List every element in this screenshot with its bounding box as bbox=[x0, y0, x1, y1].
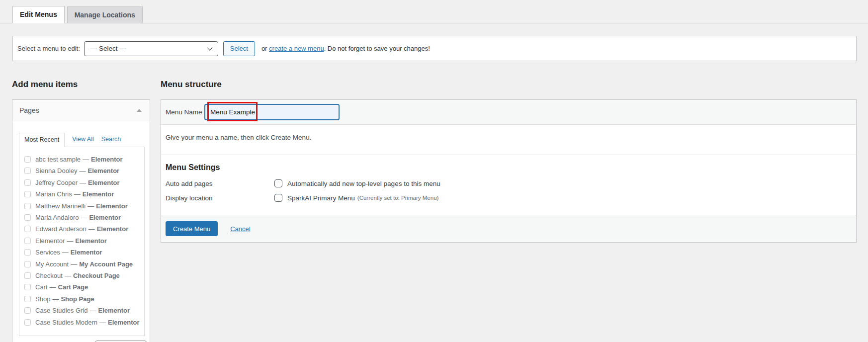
page-title: Sienna Dooley bbox=[35, 167, 78, 174]
list-item: Cart—Cart Page bbox=[24, 281, 142, 293]
list-item: Case Studies Modern—Elementor bbox=[24, 317, 142, 328]
select-button[interactable]: Select bbox=[223, 41, 255, 56]
display-location-checkbox[interactable] bbox=[274, 194, 282, 202]
menu-dropdown-value: — Select — bbox=[90, 45, 126, 52]
add-menu-items-heading: Add menu items bbox=[12, 80, 78, 89]
list-item: Case Studies Grid—Elementor bbox=[24, 305, 142, 316]
cancel-link[interactable]: Cancel bbox=[230, 225, 250, 233]
setting-row-display-location: Display location SparkAI Primary Menu (C… bbox=[166, 194, 856, 202]
page-checkbox[interactable] bbox=[24, 261, 31, 267]
page-type: Elementor bbox=[96, 202, 128, 210]
create-new-menu-link[interactable]: create a new menu bbox=[269, 45, 324, 52]
page-checkbox[interactable] bbox=[24, 238, 31, 244]
separator: — bbox=[90, 307, 96, 314]
list-item: abc test sample—Elementor bbox=[24, 154, 142, 165]
or-text: or bbox=[261, 45, 269, 52]
menu-dropdown[interactable]: — Select — bbox=[84, 41, 218, 56]
page-type: Elementor bbox=[91, 156, 123, 163]
list-item: Services—Elementor bbox=[24, 247, 142, 258]
menu-settings-heading: Menu Settings bbox=[166, 163, 856, 172]
page-type: Elementor bbox=[71, 249, 102, 256]
tab-view-all[interactable]: View All bbox=[72, 136, 94, 147]
page-title: Services bbox=[35, 249, 60, 256]
page-type: Elementor bbox=[88, 179, 120, 186]
page-checkbox[interactable] bbox=[24, 249, 31, 256]
separator: — bbox=[87, 202, 94, 210]
separator: — bbox=[99, 319, 106, 326]
menu-structure-heading: Menu structure bbox=[161, 80, 222, 89]
separator: — bbox=[50, 283, 56, 291]
page-type: Cart Page bbox=[58, 283, 88, 291]
page-title: Matthew Marinelli bbox=[35, 202, 86, 210]
page-title: Edward Anderson bbox=[35, 225, 87, 233]
page-type: Elementor bbox=[89, 214, 121, 221]
create-menu-button[interactable]: Create Menu bbox=[166, 221, 218, 236]
page-title: My Account bbox=[35, 260, 69, 268]
page-checkbox[interactable] bbox=[24, 296, 31, 302]
menu-structure-panel: Menu Name Give your menu a name, then cl… bbox=[161, 99, 857, 243]
page-checkbox[interactable] bbox=[24, 272, 31, 279]
nav-tab-bar: Edit Menus Manage Locations bbox=[0, 0, 868, 23]
page-title: Shop bbox=[35, 295, 50, 303]
separator: — bbox=[52, 295, 59, 303]
page-type: Elementor bbox=[97, 225, 129, 233]
page-type: Elementor bbox=[108, 319, 140, 326]
display-location-checkbox-label: SparkAI Primary Menu bbox=[287, 194, 355, 202]
page-type: Checkout Page bbox=[73, 272, 120, 279]
separator: — bbox=[81, 214, 87, 221]
page-checkbox[interactable] bbox=[24, 214, 31, 221]
page-title: Elementor bbox=[35, 237, 65, 245]
page-title: Cart bbox=[35, 283, 48, 291]
separator: — bbox=[83, 156, 89, 163]
menu-name-input[interactable] bbox=[204, 104, 340, 120]
separator: — bbox=[80, 179, 86, 186]
pages-panel: Pages Most Recent View All Search abc te… bbox=[12, 99, 150, 342]
list-item: Marian Chris—Elementor bbox=[24, 188, 142, 200]
page-type: Elementor bbox=[88, 167, 120, 174]
page-checkbox[interactable] bbox=[24, 307, 31, 314]
page-checkbox[interactable] bbox=[24, 226, 31, 232]
list-item: Checkout—Checkout Page bbox=[24, 270, 142, 281]
auto-add-pages-label: Auto add pages bbox=[166, 180, 274, 187]
page-type: Elementor bbox=[98, 307, 130, 314]
page-checkbox[interactable] bbox=[24, 319, 31, 326]
page-title: Case Studies Modern bbox=[35, 319, 97, 326]
separator: — bbox=[88, 225, 95, 233]
separator: — bbox=[71, 260, 77, 268]
display-location-note: (Currently set to: Primary Menu) bbox=[357, 195, 439, 201]
display-location-label: Display location bbox=[166, 194, 274, 202]
page-title: abc test sample bbox=[35, 156, 81, 163]
page-title: Maria Andaloro bbox=[35, 214, 79, 221]
separator: — bbox=[62, 249, 69, 256]
page-checkbox[interactable] bbox=[24, 191, 31, 197]
tab-search[interactable]: Search bbox=[101, 136, 121, 147]
page-type: Elementor bbox=[75, 237, 107, 245]
pages-panel-title: Pages bbox=[19, 106, 39, 114]
page-type: Shop Page bbox=[61, 295, 94, 303]
auto-add-pages-checkbox[interactable] bbox=[274, 179, 282, 187]
page-type: Elementor bbox=[83, 190, 114, 198]
page-checkbox[interactable] bbox=[24, 284, 31, 290]
page-checkbox[interactable] bbox=[24, 179, 31, 186]
setting-row-auto-add: Auto add pages Automatically add new top… bbox=[166, 179, 856, 187]
pages-panel-header[interactable]: Pages bbox=[12, 100, 150, 121]
tab-edit-menus[interactable]: Edit Menus bbox=[12, 6, 65, 23]
menu-panel-footer: Create Menu Cancel bbox=[161, 215, 856, 242]
separator: — bbox=[67, 237, 73, 245]
list-item: Elementor—Elementor bbox=[24, 235, 142, 247]
page-checkbox[interactable] bbox=[24, 156, 31, 163]
list-item: My Account—My Account Page bbox=[24, 258, 142, 270]
list-item: Sienna Dooley—Elementor bbox=[24, 165, 142, 176]
collapse-triangle-icon[interactable] bbox=[137, 109, 142, 112]
page-checkbox[interactable] bbox=[24, 203, 31, 209]
page-title: Marian Chris bbox=[35, 190, 72, 198]
tab-manage-locations[interactable]: Manage Locations bbox=[67, 6, 143, 23]
page-title: Checkout bbox=[35, 272, 63, 279]
tab-most-recent[interactable]: Most Recent bbox=[19, 133, 65, 147]
pages-tabs: Most Recent View All Search bbox=[19, 133, 144, 147]
save-changes-text: . Do not forget to save your changes! bbox=[324, 45, 430, 52]
list-item: Edward Anderson—Elementor bbox=[24, 223, 142, 235]
pages-checklist: abc test sample—Elementor Sienna Dooley—… bbox=[19, 147, 145, 336]
list-item: Maria Andaloro—Elementor bbox=[24, 212, 142, 223]
page-checkbox[interactable] bbox=[24, 168, 31, 174]
